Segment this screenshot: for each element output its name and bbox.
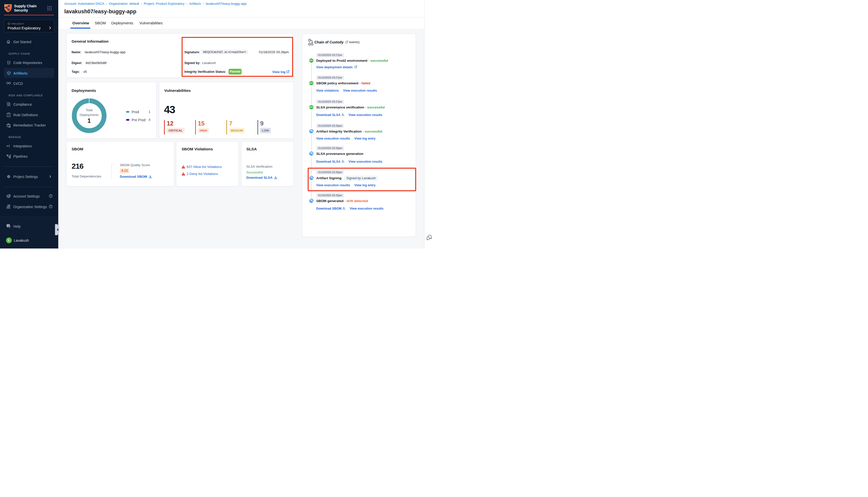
svg-text:?: ? <box>8 224 9 227</box>
